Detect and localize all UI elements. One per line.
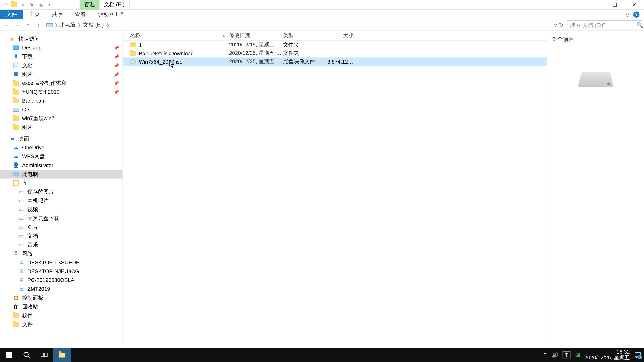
- column-type[interactable]: 类型: [283, 32, 327, 39]
- nav-forward-button[interactable]: →: [12, 20, 22, 30]
- sidebar-item-label: Administrator: [22, 162, 53, 168]
- chevron-right-icon[interactable]: ❯: [105, 23, 111, 27]
- file-row[interactable]: BaiduNetdiskDownload2020/12/25, 星期五 1...…: [123, 49, 546, 57]
- chevron-right-icon[interactable]: ❯: [76, 23, 82, 27]
- taskbar-search[interactable]: [18, 348, 35, 362]
- iso-icon: [130, 58, 136, 65]
- sidebar-network[interactable]: 🖧 网络: [0, 249, 122, 258]
- start-button[interactable]: [0, 348, 18, 362]
- ribbon-expand-icon[interactable]: ⋁: [626, 12, 629, 16]
- sidebar-network-item[interactable]: 🖥PC-20190530OBLA: [0, 276, 122, 285]
- sidebar-library-item[interactable]: ▭音乐: [0, 241, 122, 249]
- network-icon: 🖧: [12, 250, 20, 257]
- sidebar-recycle-bin[interactable]: 🗑 回收站: [0, 302, 122, 311]
- folder-icon: [12, 97, 20, 104]
- addr-dropdown-icon[interactable]: ⋁: [554, 23, 557, 27]
- sidebar-quick-item[interactable]: ⬇下载📌: [0, 52, 122, 61]
- help-icon[interactable]: ?: [633, 11, 640, 17]
- qa-check-icon[interactable]: ✓: [20, 1, 26, 8]
- ribbon-tab-view[interactable]: 查看: [69, 10, 92, 19]
- tray-clock[interactable]: 16:32 2020/12/25, 星期五: [584, 349, 630, 361]
- sidebar-desktop-item[interactable]: ☁OneDrive: [0, 143, 122, 152]
- sidebar-files[interactable]: 文件: [0, 320, 122, 329]
- taskbar[interactable]: ⌃ 🔊 中 ◪ 16:32 2020/12/25, 星期五 3: [0, 348, 644, 362]
- doc-icon: 📄: [12, 62, 20, 69]
- file-row[interactable]: Win7x64_2020.iso2020/12/25, 星期五 1...光盘映像…: [123, 57, 546, 66]
- breadcrumb-drive-icon: [46, 21, 53, 28]
- search-icon[interactable]: 🔍: [636, 22, 643, 28]
- tray-volume-icon[interactable]: 🔊: [552, 352, 558, 358]
- nav-back-button[interactable]: ←: [2, 20, 12, 30]
- file-row[interactable]: 12020/12/15, 星期二 1...文件夹: [123, 41, 546, 49]
- column-date[interactable]: 修改日期: [229, 32, 283, 39]
- sidebar-network-item[interactable]: 🖥DESKTOP-NJEU3CG: [0, 267, 122, 276]
- sidebar-library-item[interactable]: ▭文档: [0, 232, 122, 241]
- minimize-button[interactable]: ─: [586, 0, 605, 9]
- qa-close-icon[interactable]: ✕: [28, 1, 36, 8]
- qa-folder-icon[interactable]: [10, 1, 18, 8]
- file-rows[interactable]: 12020/12/15, 星期二 1...文件夹BaiduNetdiskDown…: [123, 41, 546, 352]
- search-box[interactable]: 🔍: [567, 20, 642, 30]
- sidebar-quick-item[interactable]: Desktop📌: [0, 43, 122, 52]
- details-pane: 3 个项目: [546, 31, 644, 352]
- sidebar-quick-item[interactable]: excel表格制作求和📌: [0, 79, 122, 87]
- sidebar-network-item[interactable]: 🖥DESKTOP-LSSOEDP: [0, 258, 122, 267]
- ribbon-tab-drive-tools[interactable]: 驱动器工具: [92, 10, 131, 19]
- sidebar-software[interactable]: 软件: [0, 311, 122, 320]
- taskbar-explorer[interactable]: [53, 348, 70, 362]
- qa-dropdown-icon[interactable]: ▾: [46, 1, 53, 8]
- sidebar-item-label: YUNQISHI2019: [22, 89, 60, 95]
- sidebar-quick-item[interactable]: 🖼图片📌: [0, 70, 122, 79]
- sidebar-quick-item[interactable]: win7重装win7: [0, 114, 122, 123]
- close-button[interactable]: ✕: [624, 0, 644, 9]
- sidebar-desktop-item[interactable]: ☁WPS网盘: [0, 152, 122, 161]
- breadcrumb-this-pc[interactable]: 此电脑: [59, 21, 75, 29]
- sidebar-library-item[interactable]: ▭天翼云盘下载: [0, 214, 122, 223]
- ribbon-tab-home[interactable]: 主页: [23, 10, 46, 19]
- breadcrumb-bar[interactable]: ❯ 此电脑 ❯ 文档 (E:) ❯: [44, 20, 553, 30]
- nav-history-dropdown[interactable]: ▾: [23, 20, 33, 30]
- sidebar-network-item[interactable]: 🖥ZMT2019: [0, 285, 122, 294]
- sidebar-library-item[interactable]: ▭保存的图片: [0, 187, 122, 196]
- sidebar-library-item[interactable]: ▭视频: [0, 205, 122, 214]
- file-date: 2020/12/25, 星期五 1...: [229, 58, 283, 65]
- sidebar-library-item[interactable]: ▭本机照片: [0, 196, 122, 205]
- sidebar-desktop-item[interactable]: 此电脑: [0, 170, 122, 179]
- tray-app-icon[interactable]: ◪: [575, 352, 580, 358]
- navigation-pane[interactable]: ★ 快速访问 Desktop📌⬇下载📌📄文档📌🖼图片📌excel表格制作求和📌Y…: [0, 31, 123, 352]
- sidebar-desktop-item[interactable]: 库: [0, 178, 122, 187]
- chevron-right-icon[interactable]: ❯: [53, 23, 59, 27]
- qa-more-icon[interactable]: ◈: [37, 1, 44, 8]
- sidebar-library-item[interactable]: ▭图片: [0, 223, 122, 232]
- sidebar-quick-item[interactable]: Bandicam: [0, 96, 122, 105]
- tray-action-center[interactable]: 3: [634, 351, 641, 358]
- sidebar-quick-item[interactable]: 📄文档📌: [0, 61, 122, 70]
- ribbon-tab-file[interactable]: 文件: [0, 10, 23, 19]
- sidebar-quick-item[interactable]: YUNQISHI2019📌: [0, 87, 122, 96]
- sidebar-quick-access[interactable]: ★ 快速访问: [0, 34, 122, 43]
- sidebar-desktop-item[interactable]: 👤Administrator: [0, 161, 122, 170]
- file-name: 1: [139, 42, 142, 48]
- maximize-button[interactable]: ☐: [605, 0, 624, 9]
- ribbon-tab-share[interactable]: 共享: [46, 10, 69, 19]
- sidebar-quick-item[interactable]: G:\: [0, 105, 122, 114]
- sidebar-quick-item[interactable]: 图片: [0, 123, 122, 132]
- file-type: 文件夹: [283, 41, 327, 49]
- sidebar-desktop[interactable]: ■ 桌面: [0, 134, 122, 143]
- breadcrumb-current[interactable]: 文档 (E:): [83, 21, 104, 29]
- refresh-icon[interactable]: ↻: [559, 22, 563, 28]
- windows-logo-icon: [6, 352, 12, 358]
- tray-overflow-icon[interactable]: ⌃: [543, 352, 547, 358]
- sidebar-item-label: 保存的图片: [27, 188, 54, 196]
- column-size[interactable]: 大小: [327, 32, 354, 39]
- column-name[interactable]: 名称▴: [130, 32, 229, 39]
- library-icon: [13, 180, 18, 186]
- title-tab-manage[interactable]: 管理: [80, 0, 100, 9]
- picture-icon: 🖼: [12, 71, 20, 78]
- search-input[interactable]: [570, 22, 636, 28]
- sidebar-control-panel[interactable]: ⊞ 控制面板: [0, 294, 122, 302]
- tray-ime[interactable]: 中: [563, 351, 570, 358]
- sidebar-item-label: OneDrive: [22, 144, 44, 151]
- nav-up-button[interactable]: ↑: [34, 20, 43, 30]
- taskbar-task-view[interactable]: [36, 348, 53, 362]
